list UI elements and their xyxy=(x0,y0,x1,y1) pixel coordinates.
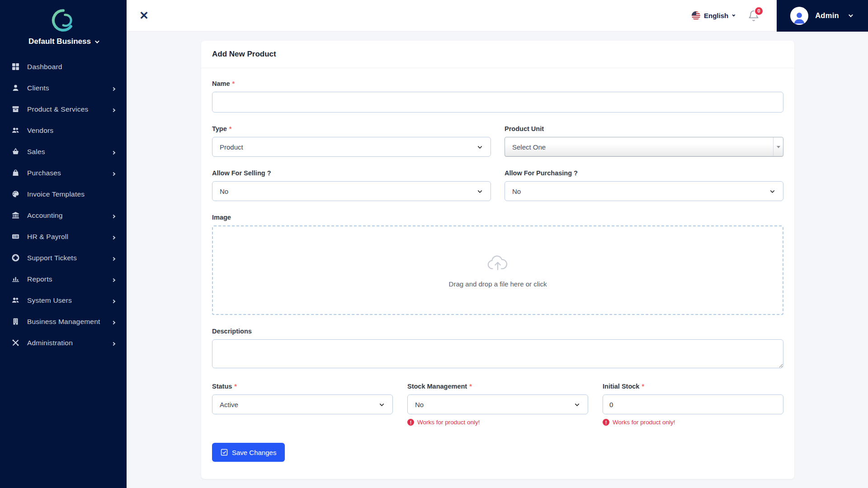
stock-management-select[interactable]: No xyxy=(407,394,588,414)
language-selector[interactable]: English xyxy=(692,11,734,20)
image-dropzone[interactable]: Drag and drop a file here or click xyxy=(212,225,783,315)
users-icon xyxy=(11,127,20,135)
chevron-right-icon xyxy=(112,211,115,220)
allow-selling-label: Allow For Selling ? xyxy=(212,169,491,177)
type-field-group: Type* Product xyxy=(212,125,491,157)
sidebar-item-administration[interactable]: Administration xyxy=(0,332,127,353)
chevron-right-icon xyxy=(112,233,115,241)
chevron-down-icon xyxy=(476,144,483,150)
status-select[interactable]: Active xyxy=(212,394,393,414)
dropzone-text: Drag and drop a file here or click xyxy=(449,280,547,288)
chevron-down-icon xyxy=(476,188,483,195)
us-flag-icon xyxy=(692,11,700,20)
avatar-person-icon xyxy=(792,10,807,25)
sidebar-item-hr-payroll[interactable]: $ HR & Payroll xyxy=(0,226,127,247)
sidebar-item-product-services[interactable]: Product & Services xyxy=(0,99,127,120)
close-icon[interactable]: ✕ xyxy=(139,10,149,21)
chevron-right-icon xyxy=(112,169,115,177)
sidebar-nav: Dashboard Clients Product & Services Ven… xyxy=(0,56,127,353)
sidebar-item-invoice-templates[interactable]: Invoice Templates xyxy=(0,183,127,205)
svg-text:$: $ xyxy=(13,235,15,238)
image-label: Image xyxy=(212,214,783,221)
grid-icon xyxy=(11,63,20,71)
building-icon xyxy=(11,318,20,326)
bar-chart-icon xyxy=(11,275,20,283)
notifications-button[interactable]: 0 xyxy=(748,10,760,22)
user-menu[interactable]: Admin xyxy=(777,0,868,32)
chevron-down-icon xyxy=(769,188,776,195)
product-unit-select[interactable]: Select One xyxy=(505,137,783,157)
sidebar-item-purchases[interactable]: Purchases xyxy=(0,162,127,183)
sidebar-item-dashboard[interactable]: Dashboard xyxy=(0,56,127,77)
type-select[interactable]: Product xyxy=(212,137,491,157)
sidebar: Default Business Dashboard Clients Produ… xyxy=(0,0,127,488)
chevron-down-icon xyxy=(95,39,99,43)
name-label: Name* xyxy=(212,80,783,87)
check-square-icon xyxy=(221,449,228,456)
sidebar-item-system-users[interactable]: System Users xyxy=(0,290,127,311)
chevron-down-icon xyxy=(574,401,580,408)
stock-management-field-group: Stock Management* No Works for product o… xyxy=(407,383,588,426)
chevron-right-icon xyxy=(112,254,115,262)
exclamation-circle-icon xyxy=(407,419,414,426)
allow-purchasing-select[interactable]: No xyxy=(505,181,783,201)
chevron-down-icon xyxy=(732,14,736,17)
logo-swirl-icon xyxy=(50,7,76,33)
basket-icon xyxy=(11,148,20,156)
bank-icon xyxy=(11,211,20,220)
name-input[interactable] xyxy=(212,92,783,113)
sidebar-item-accounting[interactable]: Accounting xyxy=(0,205,127,226)
status-label: Status* xyxy=(212,383,393,390)
page-title: Add New Product xyxy=(201,41,794,68)
cloud-upload-icon xyxy=(486,253,509,272)
sidebar-item-clients[interactable]: Clients xyxy=(0,77,127,99)
chevron-right-icon xyxy=(112,339,115,347)
initial-stock-hint: Works for product only! xyxy=(603,419,783,426)
business-selector[interactable]: Default Business xyxy=(0,37,127,46)
dropdown-arrow-icon xyxy=(773,137,783,156)
sidebar-item-sales[interactable]: Sales xyxy=(0,141,127,162)
stock-management-label: Stock Management* xyxy=(407,383,588,390)
initial-stock-field-group: Initial Stock* Works for product only! xyxy=(603,383,783,426)
sidebar-item-vendors[interactable]: Vendors xyxy=(0,120,127,141)
bag-icon xyxy=(11,169,20,177)
tools-icon xyxy=(11,339,20,347)
avatar xyxy=(790,7,808,25)
allow-purchasing-field-group: Allow For Purchasing ? No xyxy=(505,169,783,201)
lifebuoy-icon xyxy=(11,254,20,262)
user-icon xyxy=(11,84,20,92)
image-field-group: Image Drag and drop a file here or click xyxy=(212,214,783,315)
payroll-icon: $ xyxy=(11,233,20,241)
product-unit-label: Product Unit xyxy=(505,125,783,132)
status-field-group: Status* Active xyxy=(212,383,393,426)
descriptions-label: Descriptions xyxy=(212,328,783,335)
descriptions-textarea[interactable] xyxy=(212,339,783,368)
chevron-down-icon xyxy=(849,13,853,17)
topbar: ✕ English 0 Admin xyxy=(127,0,868,32)
product-unit-field-group: Product Unit Select One xyxy=(505,125,783,157)
chevron-right-icon xyxy=(112,296,115,305)
users-icon xyxy=(11,296,20,305)
descriptions-field-group: Descriptions xyxy=(212,328,783,370)
user-name: Admin xyxy=(815,11,839,20)
save-changes-button[interactable]: Save Changes xyxy=(212,443,285,462)
box-icon xyxy=(11,105,20,113)
chevron-down-icon xyxy=(378,401,385,408)
add-product-card: Add New Product Name* Type* Product xyxy=(201,41,794,479)
allow-purchasing-label: Allow For Purchasing ? xyxy=(505,169,783,177)
initial-stock-label: Initial Stock* xyxy=(603,383,783,390)
allow-selling-select[interactable]: No xyxy=(212,181,491,201)
language-label: English xyxy=(704,12,728,19)
sidebar-item-business-management[interactable]: Business Management xyxy=(0,311,127,332)
sidebar-item-support-tickets[interactable]: Support Tickets xyxy=(0,247,127,268)
initial-stock-input[interactable] xyxy=(603,394,783,414)
chevron-right-icon xyxy=(112,105,115,113)
chevron-right-icon xyxy=(112,148,115,156)
chevron-right-icon xyxy=(112,84,115,92)
name-field-group: Name* xyxy=(212,80,783,113)
exclamation-circle-icon xyxy=(603,419,609,426)
stock-management-hint: Works for product only! xyxy=(407,419,588,426)
notification-badge: 0 xyxy=(754,6,764,16)
business-name: Default Business xyxy=(28,37,91,46)
sidebar-item-reports[interactable]: Reports xyxy=(0,268,127,290)
